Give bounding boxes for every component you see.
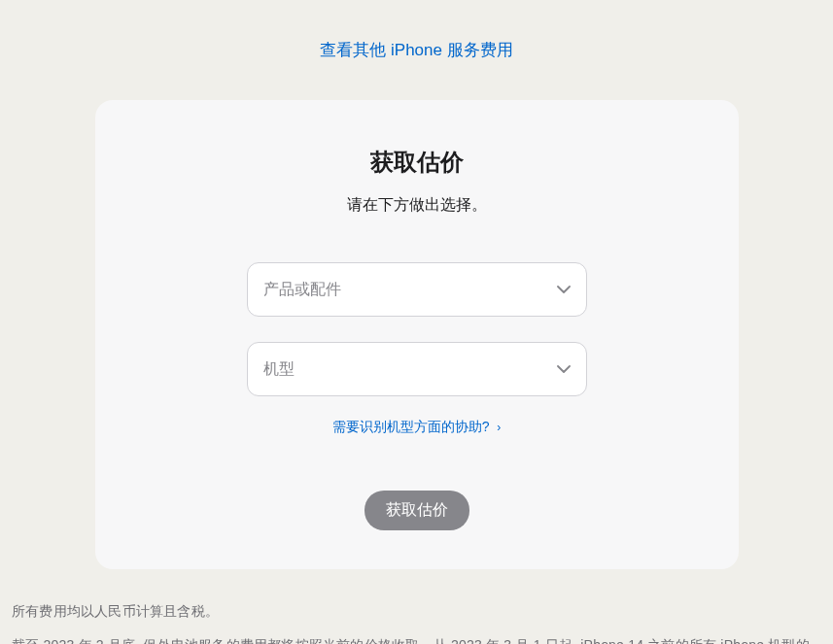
top-link-container: 查看其他 iPhone 服务费用 xyxy=(10,0,823,100)
chevron-down-icon xyxy=(557,365,571,373)
identify-model-help-link[interactable]: 需要识别机型方面的协助? › xyxy=(332,419,502,434)
model-select[interactable]: 机型 xyxy=(247,342,587,396)
button-container: 获取估价 xyxy=(134,491,700,530)
help-link-text: 需要识别机型方面的协助? xyxy=(332,419,490,434)
model-select-placeholder: 机型 xyxy=(263,359,295,380)
product-select[interactable]: 产品或配件 xyxy=(247,262,587,317)
help-link-container: 需要识别机型方面的协助? › xyxy=(134,418,700,436)
chevron-down-icon xyxy=(557,286,571,293)
card-title: 获取估价 xyxy=(134,147,700,178)
estimate-card: 获取估价 请在下方做出选择。 产品或配件 机型 需要识别机型方面的协助? › xyxy=(95,100,739,569)
footer-note-1: 所有费用均以人民币计算且含税。 xyxy=(12,596,821,627)
product-select-wrap: 产品或配件 xyxy=(247,262,587,317)
footer-notes: 所有费用均以人民币计算且含税。 截至 2023 年 2 月底, 保外电池服务的费… xyxy=(10,596,823,644)
footer-note-2: 截至 2023 年 2 月底, 保外电池服务的费用都将按照当前的价格收取。从 2… xyxy=(12,630,821,644)
get-estimate-button[interactable]: 获取估价 xyxy=(364,491,469,530)
model-select-wrap: 机型 xyxy=(247,342,587,396)
chevron-right-icon: › xyxy=(497,421,501,434)
product-select-placeholder: 产品或配件 xyxy=(263,280,341,300)
other-services-link[interactable]: 查看其他 iPhone 服务费用 xyxy=(320,41,512,59)
footer-note-2-pre: 截至 2023 年 2 月底, 保外电池服务的费用都将按照当前的价格收取。从 2… xyxy=(12,637,810,644)
card-subtitle: 请在下方做出选择。 xyxy=(134,195,700,216)
